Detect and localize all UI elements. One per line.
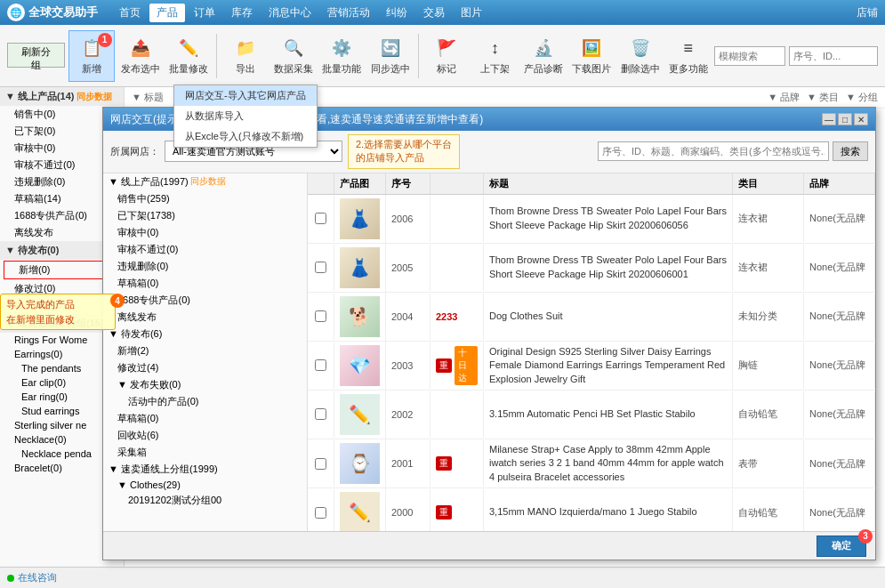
batch-edit-button[interactable]: ✏️ 批量修改 (166, 30, 211, 82)
tree-item-selling[interactable]: 销售中(259) (103, 190, 307, 207)
sidebar-item-online-products[interactable]: ▼ 线上产品(14) 同步数据 (0, 87, 124, 106)
tree-item-new[interactable]: 新增(2) (103, 342, 307, 359)
checkbox[interactable] (315, 359, 326, 371)
row-category: 连衣裙 (733, 245, 804, 291)
th-checkbox (308, 173, 334, 194)
column-label-group: ▼ 分组 (846, 91, 878, 104)
row-checkbox[interactable] (308, 342, 334, 389)
mark-button[interactable]: 🚩 标记 (424, 30, 469, 82)
tree-item-clothes[interactable]: ▼ Clothes(29) (103, 478, 307, 492)
dialog-search-button[interactable]: 搜索 (833, 141, 868, 161)
tree-item-deleted[interactable]: 违规删除(0) (103, 258, 307, 275)
online-chat[interactable]: 在线咨询 (7, 571, 57, 584)
restore-button[interactable]: □ (838, 113, 852, 125)
row-checkbox[interactable] (308, 196, 334, 242)
dialog-search-input[interactable] (598, 141, 829, 161)
dropdown-item-import-web[interactable]: 网店交互-导入其它网店产品 (174, 85, 317, 106)
nav-inventory[interactable]: 库存 (224, 4, 260, 22)
table-row: ✏️ 2000 重 3,15mm MANO Izquierda/mano 1 J… (308, 488, 875, 531)
product-thumbnail: ✏️ (340, 394, 380, 435)
row-checkbox[interactable] (308, 391, 334, 438)
fuzzy-search-input[interactable] (714, 46, 785, 66)
tree-item-modified[interactable]: 修改过(4) (103, 359, 307, 376)
tree-item-draft2[interactable]: 草稿箱(0) (103, 410, 307, 427)
minimize-button[interactable]: — (822, 113, 836, 125)
tree-item-delisted[interactable]: 已下架(1738) (103, 207, 307, 224)
th-brand: 品牌 (804, 173, 875, 194)
sync-selected-button[interactable]: 🔄 同步选中 (367, 30, 412, 82)
close-button[interactable]: ✕ (854, 113, 868, 125)
row-num: 重 十日达 (430, 342, 484, 389)
checkbox[interactable] (315, 213, 326, 224)
th-image: 产品图 (334, 173, 386, 194)
more-func-label: 更多功能 (669, 62, 708, 76)
tree-item-online[interactable]: ▼ 线上产品(1997) 同步数据 (103, 173, 307, 190)
row-checkbox[interactable] (308, 245, 334, 291)
tree-item-reviewing[interactable]: 审核中(0) (103, 224, 307, 241)
tree-item-active-products[interactable]: 活动中的产品(0) (103, 393, 307, 410)
tree-item-pub-failed[interactable]: ▼ 发布失败(0) (103, 376, 307, 393)
checkbox[interactable] (315, 507, 326, 519)
toolbar: 刷新分组 📋 新增 1 📤 发布选中 ✏️ 批量修改 📁 导出 🔍 数据采集 ⚙… (0, 25, 885, 87)
tree-sync-badge[interactable]: 同步数据 (190, 175, 226, 188)
store-label: 所属网店： (110, 145, 159, 158)
new-product-button[interactable]: 📋 新增 1 (68, 30, 115, 82)
download-img-button[interactable]: 🖼️ 下载图片 (569, 30, 614, 82)
sort-input[interactable] (789, 46, 878, 66)
nav-marketing[interactable]: 营销活动 (320, 4, 377, 22)
checkbox[interactable] (315, 458, 326, 470)
nav-products[interactable]: 产品 (149, 4, 185, 22)
divider2 (418, 34, 419, 78)
checkbox[interactable] (315, 408, 326, 420)
row-id: 2003 (386, 342, 430, 389)
row-num: 重 (430, 489, 484, 531)
tag-10days: 十日达 (455, 346, 478, 385)
row-checkbox[interactable] (308, 489, 334, 531)
export-button[interactable]: 📁 导出 (222, 30, 267, 82)
more-func-button[interactable]: ≡ 更多功能 (666, 30, 711, 82)
row-brand: None(无品牌 (804, 245, 875, 291)
instruction-annotation: 2.选择需要从哪个平台的店铺导入产品 (348, 134, 460, 169)
collect-icon: 🔍 (281, 36, 306, 60)
product-thumbnail: 🐕 (340, 296, 380, 337)
row-title: 3,15mm MANO Izquierda/mano 1 Juego Stabi… (484, 489, 733, 531)
checkbox[interactable] (315, 262, 326, 273)
nav-images[interactable]: 图片 (454, 4, 489, 22)
refresh-groups-button[interactable]: 刷新分组 (7, 43, 65, 68)
nav-messages[interactable]: 消息中心 (261, 4, 318, 22)
tree-item-collect[interactable]: 采集箱 (103, 444, 307, 461)
export-icon: 📁 (233, 36, 258, 60)
tree-item-draft[interactable]: 草稿箱(0) (103, 275, 307, 292)
sync-data-badge[interactable]: 同步数据 (76, 91, 112, 103)
tree-item-pending[interactable]: ▼ 待发布(6) (103, 326, 307, 342)
column-label-title: ▼ 标题 (132, 91, 164, 104)
data-collect-button[interactable]: 🔍 数据采集 (271, 30, 316, 82)
row-checkbox[interactable] (308, 294, 334, 340)
column-label-brand: ▼ 品牌 (768, 91, 800, 104)
diagnose-button[interactable]: 🔬 产品诊断 (521, 30, 566, 82)
tree-item-test-group[interactable]: 20191202测试分组00 (103, 492, 307, 509)
tree-item-review-failed[interactable]: 审核不通过(0) (103, 241, 307, 258)
dropdown-item-import-excel[interactable]: 从Excle导入(只修改不新增) (174, 126, 317, 147)
nav-orders[interactable]: 订单 (187, 4, 222, 22)
row-brand: None(无品牌 (804, 294, 875, 340)
delete-selected-button[interactable]: 🗑️ 删除选中 (617, 30, 662, 82)
th-num (430, 173, 484, 194)
tree-item-aliexpress-groups[interactable]: ▼ 速卖通线上分组(1999) (103, 461, 307, 478)
row-checkbox[interactable] (308, 440, 334, 487)
publish-selected-button[interactable]: 📤 发布选中 (118, 30, 163, 82)
tag-repeat: 重 (436, 358, 452, 373)
tree-item-1688[interactable]: 1688专供产品(0) (103, 292, 307, 309)
table-body: 👗 2006 Thom Browne Dress TB Sweater Polo… (308, 195, 875, 531)
tree-item-recycle[interactable]: 回收站(6) (103, 427, 307, 444)
nav-home[interactable]: 首页 (112, 4, 148, 22)
nav-trading[interactable]: 交易 (416, 4, 452, 22)
nav-disputes[interactable]: 纠纷 (379, 4, 414, 22)
dropdown-item-import-db[interactable]: 从数据库导入 (174, 106, 317, 126)
checkbox[interactable] (315, 310, 326, 322)
shelf-button[interactable]: ↕️ 上下架 (472, 30, 517, 82)
confirm-button[interactable]: 确定 3 (817, 536, 866, 557)
batch-func-button[interactable]: ⚙️ 批量功能 (319, 30, 364, 82)
tree-item-offline[interactable]: 离线发布 (103, 309, 307, 326)
download-img-icon: 🖼️ (579, 36, 604, 60)
